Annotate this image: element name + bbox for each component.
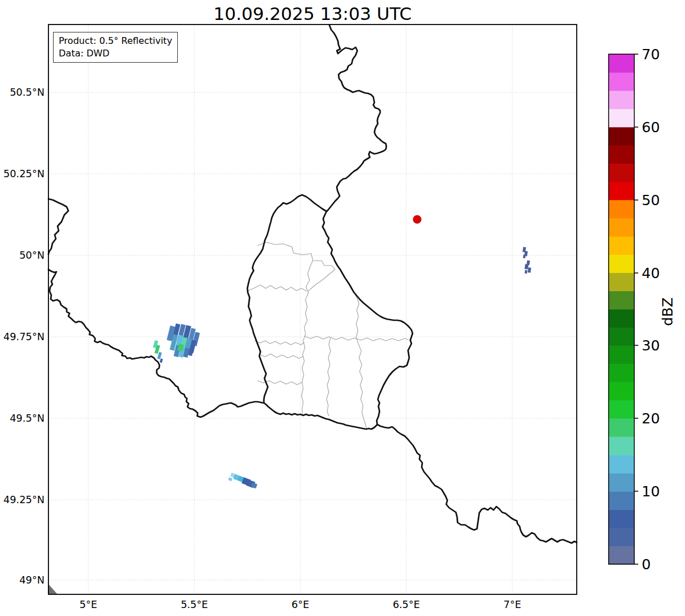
colorbar-band [609, 436, 634, 455]
colorbar-band [609, 182, 634, 200]
colorbar-band [609, 345, 634, 364]
colorbar-band [609, 255, 634, 273]
colorbar-band [609, 291, 634, 309]
radar-echoes [153, 247, 531, 488]
admin-border-path [356, 337, 366, 428]
colorbar-unit-label: dBZ [659, 297, 676, 326]
country-border-path [264, 403, 377, 429]
colorbar-band [609, 145, 634, 164]
colorbar-band [609, 54, 634, 72]
colorbar-band [609, 455, 634, 473]
border-corner-patch [48, 584, 57, 594]
y-axis-labels: 50.5°N50.25°N50°N49.75°N49.5°N49.25°N49°… [3, 87, 44, 586]
x-tick-label: 6.5°E [393, 599, 420, 610]
echo-cell [528, 267, 531, 273]
echo-cell [525, 270, 528, 274]
colorbar-band [609, 200, 634, 218]
y-tick-label: 50°N [19, 250, 44, 261]
colorbar-tick-label: 30 [642, 337, 660, 354]
colorbar-band [609, 91, 634, 109]
echo-cell [160, 358, 163, 363]
colorbar-band [609, 109, 634, 127]
axes-spines [48, 25, 577, 594]
map-plot: 5°E5.5°E6°E6.5°E7°E 50.5°N50.25°N50°N49.… [0, 0, 685, 616]
country-border-path [323, 25, 577, 543]
colorbar-band [609, 236, 634, 255]
colorbar-band [609, 127, 634, 145]
colorbar-band [609, 473, 634, 491]
colorbar-band [609, 509, 634, 528]
y-tick-label: 50.5°N [10, 87, 44, 98]
axes-frame [48, 25, 577, 594]
colorbar-tick-label: 50 [642, 192, 660, 209]
colorbar-tick-label: 70 [642, 46, 660, 63]
y-tick-label: 49.5°N [10, 413, 44, 424]
colorbar-band [609, 491, 634, 509]
radar-site-dot [413, 215, 421, 223]
x-tick-label: 5.5°E [181, 599, 208, 610]
colorbar-tick-label: 60 [642, 119, 660, 136]
country-borders [48, 25, 577, 594]
admin-border-path [255, 341, 304, 345]
echo-cell [524, 264, 528, 270]
admin-border-path [259, 354, 303, 358]
colorbar-tick-label: 20 [642, 410, 660, 427]
y-tick-label: 49.75°N [3, 331, 44, 342]
y-tick-label: 49°N [19, 574, 44, 586]
echo-cell [228, 478, 232, 482]
grid-lines [48, 25, 577, 594]
radar-site-marker [413, 215, 421, 223]
country-border-path [48, 199, 68, 254]
admin-borders [248, 242, 409, 428]
colorbar-band [609, 546, 634, 564]
admin-border-path [352, 288, 359, 337]
product-info-box: Product: 0.5° Reflectivity Data: DWD [53, 32, 178, 63]
x-axis-labels: 5°E5.5°E6°E6.5°E7°E [80, 599, 521, 610]
admin-border-path [248, 285, 307, 291]
colorbar-tick-label: 0 [642, 556, 651, 573]
data-source-label: Data: DWD [59, 47, 172, 60]
y-tick-label: 49.25°N [3, 494, 44, 505]
colorbar-band [609, 528, 634, 546]
product-label: Product: 0.5° Reflectivity [59, 35, 172, 47]
colorbar-band [609, 418, 634, 436]
colorbar-band [609, 400, 634, 418]
admin-border-path [327, 338, 331, 416]
admin-border-path [258, 242, 335, 270]
y-tick-label: 50.25°N [3, 168, 44, 180]
x-tick-label: 6°E [292, 599, 309, 610]
colorbar-band [609, 164, 634, 182]
x-tick-label: 7°E [504, 599, 521, 610]
colorbar-band [609, 327, 634, 345]
admin-border-path [308, 270, 335, 292]
colorbar-band [609, 218, 634, 236]
colorbar-band [609, 382, 634, 400]
country-border-path [247, 195, 327, 403]
colorbar-band [609, 309, 634, 328]
colorbar-tick-label: 40 [642, 265, 660, 282]
echo-cell [523, 255, 526, 258]
colorbar-band [609, 364, 634, 382]
admin-border-path [258, 381, 302, 385]
radar-map-figure: 10.09.2025 13:03 UTC Product: 0.5° Refle… [0, 0, 685, 616]
colorbar-band [609, 72, 634, 91]
colorbar-tick-label: 10 [642, 483, 660, 500]
x-tick-label: 5°E [80, 599, 97, 610]
colorbar-band [609, 273, 634, 291]
colorbar: 010203040506070dBZ [609, 46, 676, 573]
